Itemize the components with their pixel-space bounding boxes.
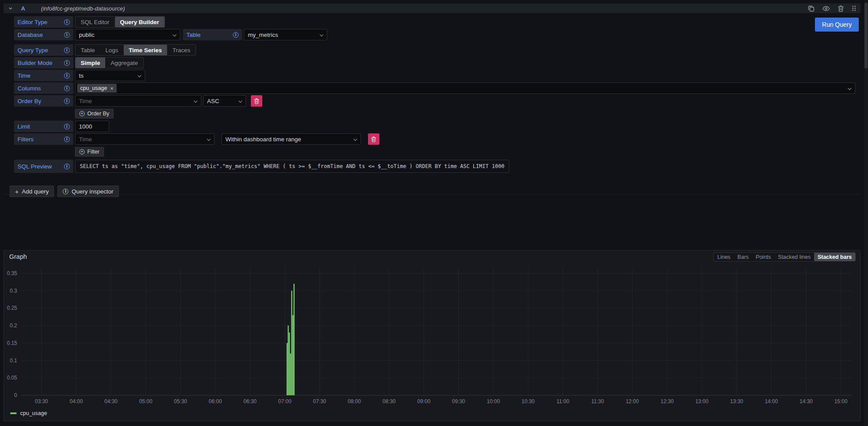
- database-label: Database i: [14, 29, 73, 40]
- chart-legend-item[interactable]: cpu_usage: [10, 410, 47, 416]
- time-column-select[interactable]: ts: [75, 70, 145, 81]
- builder-mode-option-aggregate[interactable]: Aggregate: [105, 57, 143, 68]
- duplicate-query-icon[interactable]: [808, 5, 814, 12]
- info-icon[interactable]: i: [64, 60, 70, 66]
- chevron-down-icon: [173, 33, 176, 36]
- delete-query-trash-icon[interactable]: [838, 5, 844, 12]
- graph-panel-title: Graph: [9, 253, 27, 260]
- info-icon[interactable]: i: [64, 86, 70, 91]
- remove-filter-button[interactable]: [368, 133, 379, 145]
- remove-column-icon[interactable]: ×: [110, 86, 114, 91]
- collapse-chevron-icon[interactable]: [8, 6, 13, 11]
- info-icon[interactable]: i: [64, 19, 70, 25]
- query-type-label: Query Type i: [14, 44, 73, 56]
- time-series-chart[interactable]: 00.050.10.150.20.250.30.3503:3004:0004:3…: [4, 263, 860, 408]
- graph-panel: Graph Lines Bars Points Stacked lines St…: [4, 250, 861, 421]
- info-icon[interactable]: i: [64, 73, 70, 79]
- table-label-text: Table: [186, 32, 200, 38]
- time-label: Time i: [14, 70, 73, 81]
- info-icon[interactable]: i: [64, 98, 70, 104]
- svg-text:04:00: 04:00: [70, 398, 83, 405]
- database-select-value: public: [79, 32, 94, 38]
- query-type-group: Table Logs Time Series Traces: [75, 44, 196, 56]
- info-icon[interactable]: i: [64, 124, 70, 129]
- time-label-text: Time: [18, 72, 31, 79]
- remove-order-by-button[interactable]: [251, 95, 262, 107]
- svg-text:12:00: 12:00: [626, 398, 639, 405]
- table-label: Table i: [183, 29, 242, 40]
- page-scrollbar-track[interactable]: [864, 0, 868, 426]
- svg-text:0.25: 0.25: [7, 305, 18, 311]
- query-footer: + Add query i Query inspector: [10, 186, 855, 197]
- filters-label-text: Filters: [18, 136, 34, 143]
- graph-mode-lines[interactable]: Lines: [714, 253, 734, 261]
- editor-type-group: SQL Editor Query Builder: [75, 16, 165, 28]
- filter-condition-value: Within dashboard time range: [225, 136, 301, 143]
- query-type-label-text: Query Type: [18, 47, 48, 54]
- series-name: cpu_usage: [20, 410, 47, 416]
- graph-mode-stacked-bars[interactable]: Stacked bars: [814, 253, 855, 261]
- graph-mode-stacked-lines[interactable]: Stacked lines: [775, 253, 814, 261]
- query-inspector-label: Query inspector: [71, 188, 113, 195]
- plus-icon: +: [15, 188, 19, 195]
- plus-circle-icon: +: [79, 111, 85, 116]
- svg-text:07:30: 07:30: [313, 398, 326, 405]
- builder-mode-label-text: Builder Mode: [18, 60, 53, 66]
- filter-column-select[interactable]: Time: [75, 133, 214, 145]
- svg-text:0.1: 0.1: [10, 358, 17, 364]
- query-inspector-button[interactable]: i Query inspector: [57, 186, 118, 197]
- info-icon[interactable]: i: [64, 164, 70, 169]
- sql-preview-row: SQL Preview i SELECT ts as "time", cpu_u…: [14, 160, 855, 173]
- hide-query-eye-icon[interactable]: [822, 6, 830, 11]
- builder-mode-option-simple[interactable]: Simple: [75, 57, 105, 68]
- query-type-row: Query Type i Table Logs Time Series Trac…: [14, 44, 855, 56]
- info-icon[interactable]: i: [233, 32, 239, 38]
- run-query-button[interactable]: Run Query: [815, 18, 859, 32]
- page-scrollbar-thumb[interactable]: [864, 3, 868, 68]
- svg-text:09:00: 09:00: [417, 398, 430, 405]
- graph-panel-header: Graph Lines Bars Points Stacked lines St…: [4, 251, 860, 263]
- drag-handle-icon[interactable]: [852, 5, 856, 11]
- builder-mode-row: Builder Mode i Simple Aggregate: [14, 57, 855, 68]
- svg-text:13:30: 13:30: [730, 398, 743, 405]
- order-by-label: Order By i: [14, 95, 73, 107]
- svg-text:05:30: 05:30: [174, 398, 187, 405]
- query-editor-section: A (info8fcc-greptimedb-datasource) Run Q…: [4, 4, 861, 195]
- order-by-column-select[interactable]: Time: [75, 95, 201, 107]
- sql-preview-label-text: SQL Preview: [18, 163, 52, 170]
- limit-input[interactable]: [75, 121, 109, 132]
- info-icon[interactable]: i: [64, 32, 70, 38]
- query-type-option-logs[interactable]: Logs: [100, 45, 123, 55]
- info-icon[interactable]: i: [64, 47, 70, 53]
- database-select[interactable]: public: [75, 29, 180, 40]
- svg-text:08:30: 08:30: [382, 398, 396, 405]
- order-by-direction-select[interactable]: ASC: [203, 95, 246, 107]
- editor-type-option-query-builder[interactable]: Query Builder: [115, 17, 164, 27]
- svg-text:07:00: 07:00: [278, 398, 291, 405]
- filter-condition-select[interactable]: Within dashboard time range: [221, 133, 361, 145]
- svg-text:11:00: 11:00: [557, 398, 569, 405]
- query-ref-id[interactable]: A: [21, 5, 25, 12]
- table-select[interactable]: my_metrics: [244, 29, 327, 40]
- sql-preview-label: SQL Preview i: [14, 160, 73, 173]
- query-type-option-time-series[interactable]: Time Series: [124, 45, 168, 55]
- chevron-down-icon: [848, 86, 851, 90]
- chevron-down-icon: [354, 137, 357, 141]
- add-query-button[interactable]: + Add query: [10, 186, 54, 197]
- add-order-by-button[interactable]: + Order By: [75, 109, 114, 118]
- editor-type-option-sql-editor[interactable]: SQL Editor: [75, 17, 115, 27]
- graph-mode-bars[interactable]: Bars: [734, 253, 752, 261]
- builder-mode-group: Simple Aggregate: [75, 57, 144, 68]
- svg-text:10:00: 10:00: [487, 398, 500, 405]
- database-label-text: Database: [18, 32, 43, 38]
- add-filter-button[interactable]: + Filter: [75, 147, 104, 157]
- info-icon[interactable]: i: [64, 136, 70, 142]
- query-type-option-table[interactable]: Table: [75, 45, 100, 55]
- graph-mode-points[interactable]: Points: [752, 253, 775, 261]
- svg-text:04:30: 04:30: [104, 398, 118, 405]
- columns-multiselect[interactable]: cpu_usage ×: [75, 82, 855, 94]
- time-select-value: ts: [79, 72, 84, 79]
- query-type-option-traces[interactable]: Traces: [167, 45, 196, 55]
- time-row: Time i ts: [14, 70, 855, 81]
- datasource-name: (info8fcc-greptimedb-datasource): [41, 5, 125, 12]
